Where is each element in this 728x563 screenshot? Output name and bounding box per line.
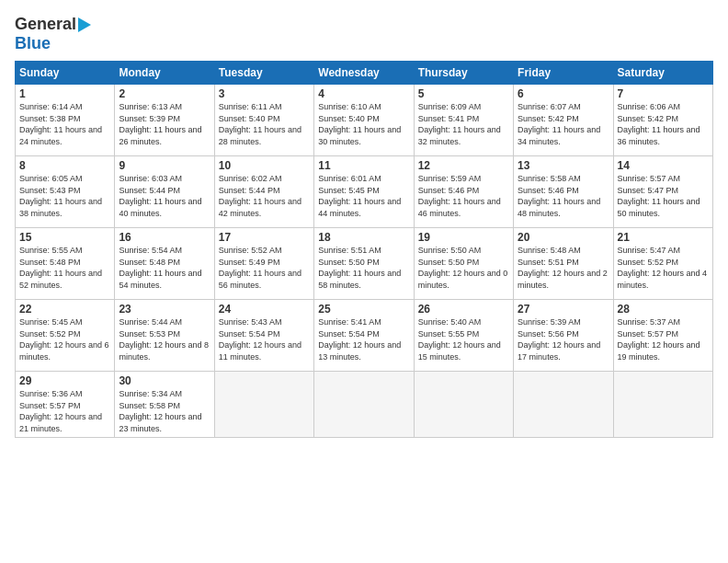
day-cell: 12Sunrise: 5:59 AM Sunset: 5:46 PM Dayli… (414, 156, 513, 228)
day-info: Sunrise: 5:45 AM Sunset: 5:52 PM Dayligh… (19, 316, 110, 362)
day-info: Sunrise: 6:03 AM Sunset: 5:44 PM Dayligh… (119, 173, 210, 219)
day-cell: 25Sunrise: 5:41 AM Sunset: 5:54 PM Dayli… (314, 300, 414, 372)
day-number: 27 (518, 303, 609, 316)
day-info: Sunrise: 6:07 AM Sunset: 5:42 PM Dayligh… (518, 101, 609, 147)
day-number: 28 (618, 303, 709, 316)
day-number: 6 (518, 87, 609, 100)
day-info: Sunrise: 6:13 AM Sunset: 5:39 PM Dayligh… (119, 101, 210, 147)
day-number: 10 (219, 159, 310, 172)
day-info: Sunrise: 6:01 AM Sunset: 5:45 PM Dayligh… (318, 173, 409, 219)
day-cell: 19Sunrise: 5:50 AM Sunset: 5:50 PM Dayli… (414, 228, 513, 300)
logo-general: General (15, 15, 76, 34)
logo-blue: Blue (15, 34, 51, 53)
day-cell: 4Sunrise: 6:10 AM Sunset: 5:40 PM Daylig… (314, 85, 414, 156)
day-header-tuesday: Tuesday (214, 62, 313, 85)
day-cell: 20Sunrise: 5:48 AM Sunset: 5:51 PM Dayli… (514, 228, 613, 300)
day-cell: 3Sunrise: 6:11 AM Sunset: 5:40 PM Daylig… (214, 85, 313, 156)
day-cell (214, 372, 313, 438)
day-number: 21 (618, 231, 709, 244)
day-cell (514, 372, 613, 438)
day-number: 30 (119, 374, 210, 387)
day-number: 23 (119, 303, 210, 316)
logo: General Blue (15, 15, 91, 53)
day-cell: 7Sunrise: 6:06 AM Sunset: 5:42 PM Daylig… (613, 85, 712, 156)
day-cell: 11Sunrise: 6:01 AM Sunset: 5:45 PM Dayli… (314, 156, 414, 228)
day-header-saturday: Saturday (613, 62, 712, 85)
day-number: 18 (318, 231, 409, 244)
day-info: Sunrise: 6:11 AM Sunset: 5:40 PM Dayligh… (219, 101, 310, 147)
day-number: 3 (219, 87, 310, 100)
day-info: Sunrise: 5:59 AM Sunset: 5:46 PM Dayligh… (418, 173, 509, 219)
day-cell: 1Sunrise: 6:14 AM Sunset: 5:38 PM Daylig… (16, 85, 115, 156)
day-cell: 28Sunrise: 5:37 AM Sunset: 5:57 PM Dayli… (613, 300, 712, 372)
week-row-4: 22Sunrise: 5:45 AM Sunset: 5:52 PM Dayli… (16, 300, 713, 372)
day-cell: 21Sunrise: 5:47 AM Sunset: 5:52 PM Dayli… (613, 228, 712, 300)
day-info: Sunrise: 6:14 AM Sunset: 5:38 PM Dayligh… (19, 101, 110, 147)
day-cell: 6Sunrise: 6:07 AM Sunset: 5:42 PM Daylig… (514, 85, 613, 156)
day-info: Sunrise: 6:10 AM Sunset: 5:40 PM Dayligh… (318, 101, 409, 147)
day-header-sunday: Sunday (16, 62, 115, 85)
week-row-3: 15Sunrise: 5:55 AM Sunset: 5:48 PM Dayli… (16, 228, 713, 300)
day-cell: 8Sunrise: 6:05 AM Sunset: 5:43 PM Daylig… (16, 156, 115, 228)
day-number: 29 (19, 374, 110, 387)
day-info: Sunrise: 5:41 AM Sunset: 5:54 PM Dayligh… (318, 316, 409, 362)
day-number: 9 (119, 159, 210, 172)
day-info: Sunrise: 6:06 AM Sunset: 5:42 PM Dayligh… (618, 101, 709, 147)
day-cell: 10Sunrise: 6:02 AM Sunset: 5:44 PM Dayli… (214, 156, 313, 228)
day-info: Sunrise: 5:34 AM Sunset: 5:58 PM Dayligh… (119, 388, 210, 434)
day-cell: 16Sunrise: 5:54 AM Sunset: 5:48 PM Dayli… (115, 228, 214, 300)
day-number: 5 (418, 87, 509, 100)
week-row-2: 8Sunrise: 6:05 AM Sunset: 5:43 PM Daylig… (16, 156, 713, 228)
day-number: 17 (219, 231, 310, 244)
day-info: Sunrise: 5:52 AM Sunset: 5:49 PM Dayligh… (219, 245, 310, 291)
day-header-monday: Monday (115, 62, 214, 85)
day-info: Sunrise: 5:51 AM Sunset: 5:50 PM Dayligh… (318, 245, 409, 291)
day-info: Sunrise: 5:43 AM Sunset: 5:54 PM Dayligh… (219, 316, 310, 362)
day-cell: 15Sunrise: 5:55 AM Sunset: 5:48 PM Dayli… (16, 228, 115, 300)
day-info: Sunrise: 5:55 AM Sunset: 5:48 PM Dayligh… (19, 245, 110, 291)
day-cell: 2Sunrise: 6:13 AM Sunset: 5:39 PM Daylig… (115, 85, 214, 156)
calendar-table: SundayMondayTuesdayWednesdayThursdayFrid… (15, 61, 713, 438)
calendar-page: General Blue SundayMondayTuesdayWednesda… (0, 0, 728, 563)
day-info: Sunrise: 5:57 AM Sunset: 5:47 PM Dayligh… (618, 173, 709, 219)
day-info: Sunrise: 6:02 AM Sunset: 5:44 PM Dayligh… (219, 173, 310, 219)
day-header-friday: Friday (514, 62, 613, 85)
day-number: 14 (618, 159, 709, 172)
header: General Blue (15, 15, 713, 53)
day-cell (314, 372, 414, 438)
day-cell: 27Sunrise: 5:39 AM Sunset: 5:56 PM Dayli… (514, 300, 613, 372)
day-cell (613, 372, 712, 438)
day-info: Sunrise: 5:47 AM Sunset: 5:52 PM Dayligh… (618, 245, 709, 291)
day-number: 13 (518, 159, 609, 172)
day-number: 22 (19, 303, 110, 316)
day-number: 26 (418, 303, 509, 316)
day-info: Sunrise: 5:36 AM Sunset: 5:57 PM Dayligh… (19, 388, 110, 434)
day-number: 24 (219, 303, 310, 316)
day-info: Sunrise: 5:37 AM Sunset: 5:57 PM Dayligh… (618, 316, 709, 362)
week-row-1: 1Sunrise: 6:14 AM Sunset: 5:38 PM Daylig… (16, 85, 713, 156)
day-number: 20 (518, 231, 609, 244)
day-cell: 14Sunrise: 5:57 AM Sunset: 5:47 PM Dayli… (613, 156, 712, 228)
day-info: Sunrise: 5:39 AM Sunset: 5:56 PM Dayligh… (518, 316, 609, 362)
day-number: 1 (19, 87, 110, 100)
day-info: Sunrise: 5:40 AM Sunset: 5:55 PM Dayligh… (418, 316, 509, 362)
day-info: Sunrise: 5:50 AM Sunset: 5:50 PM Dayligh… (418, 245, 509, 291)
day-cell: 18Sunrise: 5:51 AM Sunset: 5:50 PM Dayli… (314, 228, 414, 300)
day-number: 4 (318, 87, 409, 100)
day-cell: 22Sunrise: 5:45 AM Sunset: 5:52 PM Dayli… (16, 300, 115, 372)
day-cell: 29Sunrise: 5:36 AM Sunset: 5:57 PM Dayli… (16, 372, 115, 438)
day-header-thursday: Thursday (414, 62, 513, 85)
day-cell (414, 372, 513, 438)
day-number: 25 (318, 303, 409, 316)
day-number: 2 (119, 87, 210, 100)
day-info: Sunrise: 6:09 AM Sunset: 5:41 PM Dayligh… (418, 101, 509, 147)
day-cell: 13Sunrise: 5:58 AM Sunset: 5:46 PM Dayli… (514, 156, 613, 228)
day-info: Sunrise: 5:54 AM Sunset: 5:48 PM Dayligh… (119, 245, 210, 291)
day-number: 12 (418, 159, 509, 172)
day-number: 8 (19, 159, 110, 172)
day-number: 7 (618, 87, 709, 100)
day-info: Sunrise: 6:05 AM Sunset: 5:43 PM Dayligh… (19, 173, 110, 219)
day-cell: 23Sunrise: 5:44 AM Sunset: 5:53 PM Dayli… (115, 300, 214, 372)
day-number: 19 (418, 231, 509, 244)
day-number: 11 (318, 159, 409, 172)
